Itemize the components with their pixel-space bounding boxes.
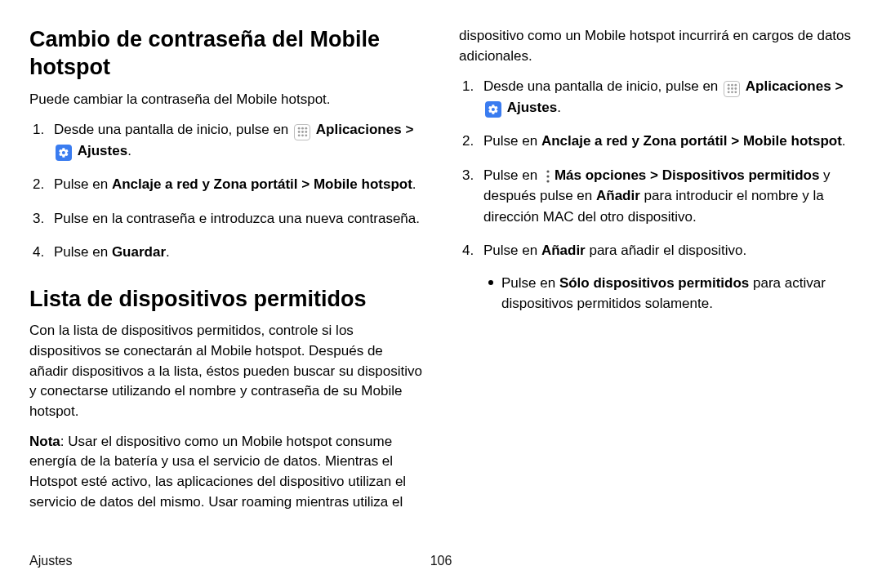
step-1: Desde una pantalla de inicio, pulse en A…: [29, 119, 423, 161]
svg-point-8: [305, 135, 307, 137]
text: Pulse en: [483, 167, 541, 183]
period: .: [557, 100, 561, 115]
separator: >: [298, 176, 314, 192]
svg-point-12: [727, 87, 729, 90]
text: Pulse en: [483, 133, 541, 149]
apps-icon: [294, 124, 310, 140]
apps-label: Aplicaciones: [316, 122, 402, 137]
separator: >: [728, 133, 743, 149]
svg-point-11: [734, 84, 737, 87]
text: Pulse en: [54, 176, 112, 192]
settings-icon: [56, 145, 72, 161]
bullet: Pulse en Sólo dispositivos permitidos pa…: [483, 273, 853, 314]
bold: Más opciones: [555, 167, 646, 183]
svg-point-7: [301, 135, 304, 137]
svg-point-2: [305, 127, 307, 130]
separator: >: [831, 78, 844, 94]
separator: >: [402, 122, 414, 137]
heading-change-password: Cambio de contraseña del Mobile hotspot: [29, 26, 423, 82]
apps-label: Aplicaciones: [746, 78, 831, 94]
steps-change-password: Desde una pantalla de inicio, pulse en A…: [29, 119, 423, 263]
step-2: Pulse en Anclaje a red y Zona portátil >…: [459, 131, 853, 152]
step-1: Desde una pantalla de inicio, pulse en A…: [459, 76, 853, 118]
svg-point-20: [546, 180, 549, 182]
period: .: [166, 244, 170, 260]
text: Pulse en: [483, 243, 541, 258]
footer-section: Ajustes: [29, 554, 72, 568]
svg-point-0: [297, 127, 300, 130]
note-label: Nota: [29, 434, 60, 449]
step-2: Pulse en Anclaje a red y Zona portátil >…: [29, 174, 423, 195]
step-3: Pulse en Más opciones > Dispositivos per…: [459, 165, 853, 228]
period: .: [842, 133, 846, 149]
svg-point-15: [727, 91, 729, 94]
text: Desde una pantalla de inicio, pulse en: [54, 122, 292, 137]
separator: >: [646, 167, 662, 183]
bold: Mobile hotspot: [743, 133, 842, 149]
svg-point-4: [301, 131, 304, 133]
svg-point-14: [734, 87, 737, 90]
text: para añadir el dispositivo.: [586, 243, 747, 258]
bold: Guardar: [112, 244, 166, 260]
bold: Mobile hotspot: [314, 176, 412, 192]
bold: Anclaje a red y Zona portátil: [541, 133, 728, 149]
bold: Añadir: [541, 243, 586, 258]
step-3: Pulse en la contraseña e introduzca una …: [29, 208, 423, 229]
settings-icon: [485, 101, 501, 118]
apps-icon: [724, 81, 740, 97]
svg-point-13: [731, 87, 733, 90]
svg-point-5: [305, 131, 307, 133]
svg-point-10: [731, 84, 733, 87]
heading-allowed-devices: Lista de dispositivos permitidos: [29, 286, 423, 314]
settings-label: Ajustes: [78, 143, 127, 158]
step-4: Pulse en Guardar.: [29, 242, 423, 263]
period: .: [412, 176, 416, 192]
steps-allowed-devices: Desde una pantalla de inicio, pulse en A…: [459, 76, 853, 314]
svg-point-18: [546, 170, 549, 172]
bold: Sólo dispositivos permitidos: [559, 275, 749, 291]
svg-point-17: [734, 91, 737, 94]
settings-label: Ajustes: [507, 100, 557, 115]
svg-point-1: [301, 127, 304, 130]
page-number: 106: [430, 554, 452, 568]
sub-bullets: Pulse en Sólo dispositivos permitidos pa…: [483, 273, 853, 314]
lead-allowed-devices: Con la lista de dispositivos permitidos,…: [29, 321, 423, 421]
svg-point-6: [297, 135, 300, 137]
lead-change-password: Puede cambiar la contraseña del Mobile h…: [29, 90, 423, 110]
step-4: Pulse en Añadir para añadir el dispositi…: [459, 240, 853, 314]
svg-point-9: [727, 84, 729, 87]
bold: Anclaje a red y Zona portátil: [112, 176, 298, 192]
bold: Añadir: [596, 188, 640, 203]
period: .: [127, 143, 131, 158]
svg-point-19: [546, 175, 549, 177]
svg-point-16: [731, 91, 733, 94]
text: Pulse en: [501, 275, 559, 291]
text: Desde una pantalla de inicio, pulse en: [483, 78, 722, 94]
more-options-icon: [543, 168, 553, 185]
text: Pulse en: [54, 244, 112, 260]
bold: Dispositivos permitidos: [662, 167, 820, 183]
svg-point-3: [297, 131, 300, 133]
page-footer: Ajustes 106: [29, 554, 853, 568]
